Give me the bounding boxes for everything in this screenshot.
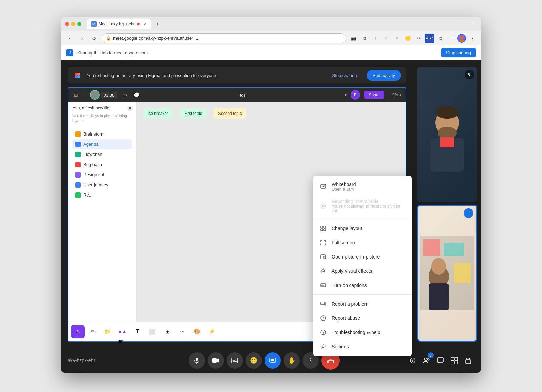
dropdown-report-problem[interactable]: Report a problem: [313, 297, 412, 311]
bookmark-icon[interactable]: ☆: [381, 34, 391, 43]
svg-point-36: [323, 333, 324, 334]
figma-menu-userjourney[interactable]: User journey: [72, 180, 132, 190]
svg-rect-18: [429, 283, 449, 310]
reload-button[interactable]: ↺: [89, 34, 99, 43]
figma-menu-bugbash[interactable]: Bug bash: [72, 160, 132, 170]
figma-share-button[interactable]: Share: [364, 91, 384, 99]
figma-icon: [73, 71, 81, 79]
svg-rect-56: [451, 361, 454, 364]
figma-cursor-tool[interactable]: ↖: [71, 325, 85, 338]
figma-plugin-1[interactable]: 🎨: [190, 325, 204, 338]
new-tab-button[interactable]: +: [153, 19, 162, 29]
dropdown-visual-effects[interactable]: Apply visual effects: [313, 264, 412, 278]
video-person-1: [417, 67, 477, 202]
figma-frame-tool[interactable]: ▭: [121, 91, 128, 99]
chrome-extension-1[interactable]: ✓: [392, 34, 402, 43]
dropdown-settings[interactable]: Settings: [313, 339, 412, 354]
svg-rect-46: [327, 361, 329, 363]
dropdown-change-layout[interactable]: Change layout: [313, 221, 412, 235]
svg-point-50: [413, 359, 413, 360]
chat-button[interactable]: [434, 353, 447, 368]
figma-more-tools[interactable]: ···: [175, 325, 189, 338]
tab-close-button[interactable]: ✕: [142, 22, 147, 26]
chrome-extension-2[interactable]: 🟡: [403, 34, 413, 43]
whiteboard-subtitle: Open a Jam: [332, 187, 356, 192]
menu-dot-agenda: [75, 142, 81, 147]
zoom-plus[interactable]: +: [399, 92, 402, 97]
sharing-bar-stop-button[interactable]: Stop sharing: [441, 48, 476, 57]
stop-sharing-button[interactable]: Stop sharing: [328, 71, 361, 80]
svg-rect-45: [271, 359, 274, 361]
chrome-extension-3[interactable]: ✂: [414, 34, 423, 43]
emoji-button[interactable]: 🙂: [246, 352, 262, 369]
side-videos: 🎙: [413, 60, 481, 348]
figma-menu-agenda[interactable]: Agenda: [72, 139, 132, 149]
svg-rect-38: [196, 358, 198, 361]
toolbar-actions: 📷 ⧉ ↑ ☆ ✓ 🟡 ✂ ABP ⧉ ▭ ⋮: [349, 34, 477, 43]
zoom-minus[interactable]: −: [389, 92, 391, 97]
dropdown-whiteboard[interactable]: Whiteboard Open a Jam: [313, 178, 412, 195]
dropdown-pip[interactable]: Open picture-in-picture: [313, 250, 412, 264]
dropdown-captions[interactable]: Turn on captions: [313, 278, 412, 292]
traffic-lights: [65, 22, 81, 26]
figma-sidebar-header: Ann, a fresh new file! ✕: [72, 106, 132, 110]
report-problem-label: Report a problem: [332, 301, 368, 307]
share-icon[interactable]: ↑: [371, 34, 380, 43]
menu-label-re: Re...: [83, 192, 92, 198]
figma-plugin-2[interactable]: ⚡: [205, 325, 219, 338]
sidebar-hint: Use the ↑↓ keys to pick a starting layou…: [72, 113, 132, 124]
figma-menu-designcrit[interactable]: Design crit: [72, 170, 132, 180]
video-more-button-2[interactable]: ⋯: [464, 208, 473, 218]
figma-frame-tool-bottom[interactable]: ⬜: [146, 325, 159, 338]
figma-timer: 03:00: [101, 92, 118, 98]
figma-text-tool[interactable]: T: [131, 325, 144, 338]
figma-menu-brainstorm[interactable]: Brainstorm: [72, 129, 132, 139]
chrome-extension-4[interactable]: ABP: [425, 34, 434, 43]
dropdown-report-abuse[interactable]: Report abuse: [313, 311, 412, 325]
close-button[interactable]: [65, 22, 69, 26]
figma-folder-tool[interactable]: 📁: [101, 325, 114, 338]
menu-dot-flowchart: [75, 152, 81, 157]
address-bar[interactable]: 🔒 meet.google.com/aky-hzpk-ehr?authuser=…: [102, 33, 346, 43]
raise-hand-button[interactable]: ✋: [284, 352, 300, 369]
svg-rect-57: [455, 361, 458, 364]
figma-canvas-inner: Ice breaker First topic Second topic: [136, 102, 406, 125]
figma-dropdown-icon[interactable]: ▾: [345, 92, 347, 97]
safety-lock-button[interactable]: [462, 353, 474, 368]
figma-grid-tool[interactable]: ⊞: [72, 91, 79, 99]
meet-bottom-bar: aky-hzpk-ehr: [61, 348, 481, 373]
captions-button[interactable]: [227, 352, 243, 369]
dropdown-fullscreen[interactable]: Full screen: [313, 235, 412, 250]
profile-avatar[interactable]: [457, 34, 466, 43]
cast-icon[interactable]: 📷: [349, 34, 358, 43]
minimize-button[interactable]: [71, 22, 75, 26]
activities-button[interactable]: [448, 353, 460, 368]
microphone-button[interactable]: [189, 352, 205, 369]
dropdown-troubleshooting[interactable]: Troubleshooting & help: [313, 325, 412, 339]
end-activity-button[interactable]: End activity: [367, 70, 401, 81]
figma-menu-flowchart[interactable]: Flowchart: [72, 149, 132, 160]
figma-shapes-tool[interactable]: ●▲: [116, 325, 129, 338]
figma-table-tool[interactable]: ⊞: [161, 325, 174, 338]
extensions-icon[interactable]: ⧉: [436, 34, 445, 43]
tab-search-icon[interactable]: ▭: [446, 34, 456, 43]
figma-menu-re[interactable]: Re...: [72, 190, 132, 200]
figma-comment-tool[interactable]: 💬: [132, 91, 141, 99]
forward-button[interactable]: ›: [77, 34, 87, 43]
camera-button[interactable]: [208, 352, 224, 369]
back-button[interactable]: ‹: [65, 34, 75, 43]
captions-icon: [319, 282, 327, 289]
sidebar-collapse-icon[interactable]: ✕: [128, 106, 132, 110]
meet-content: You're hosting an activity using Figma, …: [61, 60, 481, 348]
figma-user-avatar: [90, 90, 100, 100]
chrome-menu-icon[interactable]: ⋮: [467, 34, 477, 43]
menu-label-designcrit: Design crit: [83, 172, 104, 177]
figma-avatar-timer: 03:00: [90, 90, 118, 100]
maximize-button[interactable]: [77, 22, 81, 26]
pip-icon[interactable]: ⧉: [360, 34, 369, 43]
active-tab[interactable]: M Meet - aky-hzpk-ehr ✕: [87, 19, 151, 29]
recording-content: Recording unavailable You're not allowed…: [332, 199, 405, 213]
present-screen-button[interactable]: [265, 352, 281, 369]
figma-pen-tool[interactable]: ✏: [86, 325, 100, 338]
participants-button[interactable]: 3: [420, 353, 433, 368]
